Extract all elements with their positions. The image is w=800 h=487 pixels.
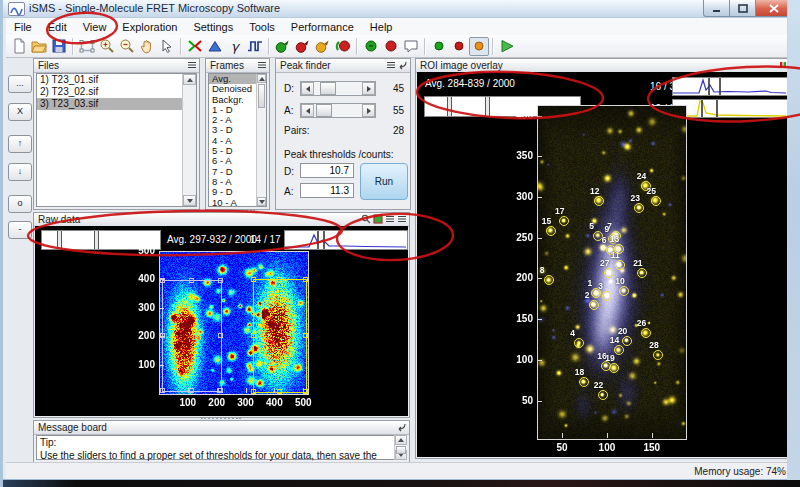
roi-handle[interactable] — [160, 388, 165, 393]
zoom-in-icon[interactable] — [97, 37, 117, 56]
menu-icon[interactable] — [386, 60, 396, 70]
zoom-out-icon[interactable] — [117, 37, 137, 56]
menu-exploration[interactable]: Exploration — [114, 21, 185, 33]
roi-image-plot[interactable]: 1234567891011121314151617181920212223242… — [537, 105, 687, 440]
scroll-down-icon[interactable] — [257, 197, 266, 206]
roi-handle[interactable] — [189, 278, 194, 283]
raw-heatmap-plot[interactable] — [159, 251, 309, 395]
roi-handle[interactable] — [251, 277, 256, 282]
menu-performance[interactable]: Performance — [283, 21, 362, 33]
pin-icon[interactable] — [398, 60, 408, 70]
peak-finder-header[interactable]: Peak finder — [276, 59, 410, 73]
menu-edit[interactable]: Edit — [40, 21, 75, 33]
splitter-handle[interactable] — [201, 417, 241, 422]
roi-handle[interactable] — [277, 389, 282, 394]
mini-image-icon[interactable] — [373, 214, 383, 224]
splitter-handle[interactable] — [215, 209, 255, 214]
d-threshold-input[interactable]: 10.7 — [300, 163, 354, 178]
list-item[interactable]: 2) T23_02.sif — [37, 86, 196, 98]
align-channels-icon[interactable] — [185, 37, 205, 56]
roi-rectangle-icon[interactable] — [77, 37, 97, 56]
peak-profile-icon[interactable] — [205, 37, 225, 56]
open-folder-icon[interactable] — [29, 37, 49, 56]
raw-data-header[interactable]: Raw data — [34, 213, 409, 227]
menu-tools[interactable]: Tools — [241, 21, 283, 33]
roi-handle[interactable] — [251, 389, 256, 394]
scroll-up-icon[interactable] — [257, 74, 266, 83]
raw-threshold-histogram[interactable] — [284, 230, 408, 250]
scroll-down-icon[interactable] — [183, 195, 196, 206]
scroll-up-icon[interactable] — [183, 74, 196, 85]
message-board-header[interactable]: Message board — [34, 421, 409, 435]
peak-circle[interactable] — [602, 291, 612, 301]
roi-handle[interactable] — [251, 333, 256, 338]
roi-handle[interactable] — [218, 278, 223, 283]
move-down-button[interactable]: ↓ — [8, 163, 32, 181]
new-file-icon[interactable] — [9, 37, 29, 56]
orange-dot-icon[interactable] — [469, 37, 489, 56]
roi-handle[interactable] — [189, 388, 194, 393]
move-up-button[interactable]: ↑ — [8, 135, 32, 153]
menu-icon[interactable] — [385, 214, 395, 224]
maximize-button[interactable] — [729, 0, 756, 17]
reload-button[interactable]: o — [8, 195, 32, 213]
remove-file-button[interactable]: X — [8, 103, 32, 121]
frames-panel-header[interactable]: Frames — [206, 59, 269, 73]
roi-handle[interactable] — [218, 333, 223, 338]
green-bead-icon[interactable] — [361, 37, 381, 56]
title-bar[interactable]: iSMS - Single-Molecule FRET Microscopy S… — [3, 0, 800, 18]
save-icon[interactable] — [49, 37, 69, 56]
list-item[interactable]: 1) T23_01.sif — [37, 74, 196, 86]
scroll-up-icon[interactable] — [395, 435, 407, 445]
menu-file[interactable]: File — [6, 21, 40, 33]
files-panel-header[interactable]: Files — [34, 59, 199, 73]
scrollbar-thumb[interactable] — [258, 84, 265, 108]
list-item[interactable]: 3) T23_03.sif — [37, 98, 196, 110]
menu-icon[interactable] — [257, 60, 267, 70]
menu-icon[interactable] — [187, 60, 197, 70]
data-cursor-icon[interactable] — [157, 37, 177, 56]
peak-circle[interactable] — [589, 300, 599, 310]
peak-circle[interactable] — [546, 226, 556, 236]
comment-bubble-icon[interactable] — [401, 37, 421, 56]
peak-circle[interactable] — [594, 196, 604, 206]
donor-roi-rectangle[interactable] — [162, 280, 222, 392]
roi-overlay-header[interactable]: ROI image overlay — [416, 59, 790, 73]
peak-circle[interactable] — [604, 268, 614, 278]
mini-zoom-icon[interactable] — [361, 214, 371, 224]
peak-circle[interactable] — [651, 196, 661, 206]
peak-circle[interactable] — [598, 390, 608, 400]
run-button[interactable]: Run — [360, 163, 408, 200]
menu-help[interactable]: Help — [362, 21, 401, 33]
minimize-button[interactable] — [703, 0, 729, 17]
pin-icon[interactable] — [397, 422, 407, 432]
files-scrollbar[interactable] — [182, 74, 196, 206]
roi-handle[interactable] — [218, 388, 223, 393]
peak-circle[interactable] — [622, 336, 632, 346]
minus-button[interactable]: - — [8, 221, 32, 239]
yellow-bead-arrow-icon[interactable] — [313, 37, 333, 56]
green-bead-arrow-icon[interactable] — [273, 37, 293, 56]
d-threshold-slider[interactable] — [300, 81, 376, 96]
red-threshold-histogram[interactable] — [672, 99, 788, 118]
roi-handle[interactable] — [303, 333, 308, 338]
menu-icon[interactable] — [397, 214, 407, 224]
red-bead-arrow-icon[interactable] — [293, 37, 313, 56]
run-play-icon[interactable] — [497, 37, 517, 56]
red-bead-icon[interactable] — [381, 37, 401, 56]
green-threshold-histogram[interactable] — [672, 77, 788, 96]
scrollbar-thumb[interactable] — [396, 446, 406, 454]
pan-hand-icon[interactable] — [137, 37, 157, 56]
message-scrollbar[interactable] — [394, 435, 407, 460]
a-threshold-slider[interactable] — [300, 103, 376, 118]
trace-step-icon[interactable] — [245, 37, 265, 56]
roi-handle[interactable] — [277, 277, 282, 282]
frames-list[interactable]: Avg.DenoisedBackgr.1 - D2 - A3 - D4 - A5… — [208, 73, 267, 207]
peak-circle[interactable] — [615, 260, 625, 270]
peak-circle[interactable] — [579, 377, 589, 387]
a-threshold-input[interactable]: 11.3 — [300, 183, 354, 198]
browse-files-button[interactable]: ... — [8, 75, 32, 93]
red-dot-icon[interactable] — [449, 37, 469, 56]
green-dot-icon[interactable] — [429, 37, 449, 56]
acceptor-roi-rectangle[interactable] — [253, 279, 307, 393]
